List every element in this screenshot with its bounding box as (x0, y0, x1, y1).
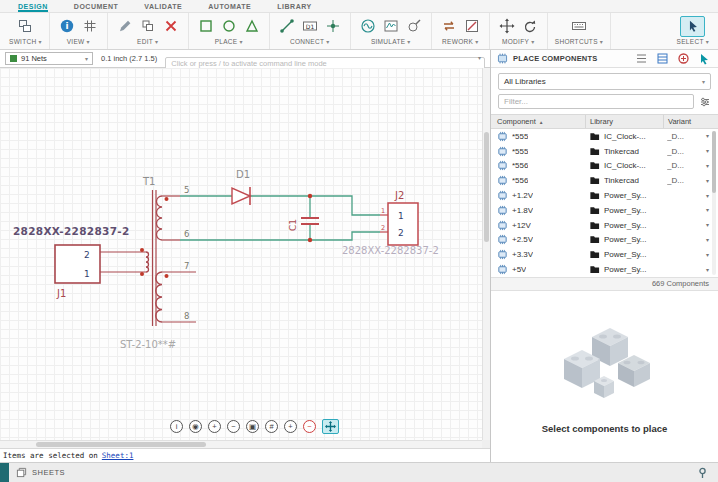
place-part-icon[interactable] (196, 16, 216, 36)
zoom-fit-icon[interactable]: ▣ (246, 420, 259, 433)
table-row[interactable]: +1.2V Power_Sy... ▾ (491, 188, 718, 203)
chevron-down-icon[interactable]: ▾ (478, 55, 481, 61)
tab-library[interactable]: LIBRARY (277, 0, 311, 12)
connector-j1[interactable]: 2828XX-2282837-2 2 1 J1 (13, 225, 146, 299)
visibility-tool-icon[interactable]: ◉ (189, 420, 202, 433)
net-icon[interactable] (277, 16, 297, 36)
j2-value-label: 2828XX-2282837-2 (342, 245, 439, 256)
select-menu[interactable]: SELECT ▾ (677, 38, 709, 45)
chevron-down-icon[interactable]: ▾ (706, 222, 709, 228)
zoom-in-icon[interactable]: + (208, 420, 221, 433)
filter-settings-icon[interactable] (699, 96, 711, 108)
modify-menu[interactable]: MODIFY ▾ (502, 38, 534, 45)
junction-icon[interactable] (323, 16, 343, 36)
table-row[interactable]: +2.5V Power_Sy... ▾ (491, 233, 718, 248)
connect-menu[interactable]: CONNECT ▾ (290, 38, 330, 45)
chevron-down-icon[interactable]: ▾ (706, 193, 709, 199)
j2-pin-2-number: 2 (381, 224, 385, 232)
table-row[interactable]: *556 Tinkercad _D...▾ (491, 173, 718, 188)
name-label-icon[interactable]: D1 (300, 16, 320, 36)
table-row[interactable]: *556 IC_Clock-... _D...▾ (491, 159, 718, 174)
place-menu[interactable]: PLACE ▾ (215, 38, 243, 45)
sheet-link[interactable]: Sheet:1 (102, 451, 134, 460)
chevron-down-icon: ▾ (531, 39, 534, 45)
drc-panel-icon[interactable] (677, 52, 690, 65)
tab-automate[interactable]: AUTOMATE (208, 0, 251, 12)
tab-design[interactable]: DESIGN (18, 0, 48, 12)
grid-toggle-icon[interactable]: # (265, 420, 278, 433)
switch-document-icon[interactable] (15, 16, 35, 36)
oscilloscope-icon[interactable] (381, 16, 401, 36)
place-pad-icon[interactable] (219, 16, 239, 36)
chevron-down-icon[interactable]: ▾ (706, 133, 709, 139)
pan-tool-icon[interactable] (322, 419, 339, 434)
grid-settings-icon[interactable] (80, 16, 100, 36)
capacitor-c1[interactable]: C1 (288, 218, 319, 231)
sort-by-variant[interactable]: Variant (663, 115, 718, 128)
sine-source-icon[interactable] (358, 16, 378, 36)
table-row[interactable]: +12V Power_Sy... ▾ (491, 218, 718, 233)
keyboard-shortcuts-icon[interactable] (569, 16, 589, 36)
schematic-canvas[interactable]: 2828XX-2282837-2 2 1 J1 T1 (0, 68, 482, 440)
scrollbar-thumb[interactable] (484, 132, 489, 242)
place-polygon-icon[interactable] (242, 16, 262, 36)
zoom-out-icon[interactable]: − (227, 420, 240, 433)
select-cursor-icon[interactable] (680, 16, 705, 37)
rotate-icon[interactable] (520, 16, 540, 36)
chevron-down-icon[interactable]: ▾ (706, 252, 709, 258)
table-row[interactable]: +5V Power_Sy... ▾ (491, 262, 718, 277)
table-scrollbar[interactable] (712, 131, 716, 275)
shortcuts-menu[interactable]: SHORTCUTS ▾ (555, 38, 603, 45)
chevron-down-icon[interactable]: ▾ (706, 163, 709, 169)
sheets-label[interactable]: SHEETS (32, 468, 65, 477)
scrollbar-thumb[interactable] (712, 131, 716, 193)
chevron-down-icon[interactable]: ▾ (706, 207, 709, 213)
sort-by-component[interactable]: Component ▴ (491, 115, 585, 128)
tab-document[interactable]: DOCUMENT (74, 0, 118, 12)
info-tool-icon[interactable]: i (170, 420, 183, 433)
sort-by-library[interactable]: Library (585, 115, 663, 128)
simulate-menu[interactable]: SIMULATE ▾ (371, 38, 411, 45)
probe-icon[interactable] (404, 16, 424, 36)
tab-validate[interactable]: VALIDATE (144, 0, 182, 12)
chevron-down-icon[interactable]: ▾ (706, 267, 709, 273)
table-row[interactable]: +1.8V Power_Sy... ▾ (491, 203, 718, 218)
table-row[interactable]: *555 IC_Clock-... _D...▾ (491, 129, 718, 144)
scrollbar-thumb[interactable] (36, 442, 206, 447)
canvas-vertical-scrollbar[interactable] (482, 68, 490, 440)
switch-menu[interactable]: SWITCH ▾ (9, 38, 42, 45)
connector-j2[interactable]: J2 1 2 1 2 2828XX-2282837-2 (342, 190, 439, 256)
table-row[interactable]: *555 Tinkercad _D...▾ (491, 144, 718, 159)
replace-icon[interactable] (462, 16, 482, 36)
origin-tool-icon[interactable]: + (284, 420, 297, 433)
selection-panel-icon[interactable] (698, 52, 711, 65)
diode-d1[interactable]: D1 (232, 169, 250, 205)
pin-icon[interactable] (697, 467, 708, 479)
chevron-down-icon[interactable]: ▾ (706, 237, 709, 243)
edit-menu[interactable]: EDIT ▾ (137, 38, 158, 45)
info-icon[interactable]: i (57, 16, 77, 36)
canvas-horizontal-scrollbar[interactable] (0, 440, 482, 448)
schematic-viewport[interactable]: 2828XX-2282837-2 2 1 J1 T1 (0, 68, 490, 448)
transformer-t1[interactable]: T1 5 6 (120, 176, 196, 350)
library-dropdown[interactable]: All Libraries ▾ (498, 73, 711, 90)
structure-panel-icon[interactable] (635, 52, 648, 65)
toolbar-group-shortcuts: SHORTCUTS ▾ (548, 13, 611, 49)
rework-menu[interactable]: REWORK ▾ (442, 38, 478, 45)
view-menu[interactable]: VIEW ▾ (67, 38, 90, 45)
net-wires[interactable] (180, 196, 380, 240)
remove-tool-icon[interactable]: − (303, 420, 316, 433)
toolbar-group-place: PLACE ▾ (189, 13, 270, 49)
table-row[interactable]: +3.3V Power_Sy... ▾ (491, 247, 718, 262)
nets-dropdown[interactable]: 91 Nets ▾ (5, 52, 93, 65)
chevron-down-icon[interactable]: ▾ (706, 178, 709, 184)
chevron-down-icon[interactable]: ▾ (706, 148, 709, 154)
layers-panel-icon[interactable] (656, 52, 669, 65)
component-icon (497, 146, 508, 157)
filter-input[interactable] (498, 94, 694, 109)
copy-icon[interactable] (138, 16, 158, 36)
swap-icon[interactable] (439, 16, 459, 36)
delete-icon[interactable] (161, 16, 181, 36)
move-icon[interactable] (497, 16, 517, 36)
pencil-icon[interactable] (115, 16, 135, 36)
